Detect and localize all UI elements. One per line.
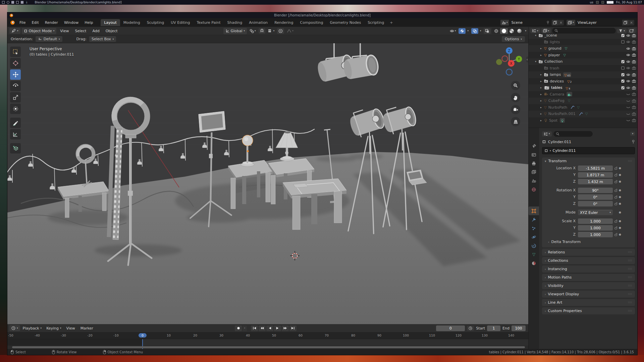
outliner-row-tables-selected[interactable]: ▸ tables ▽4	[529, 84, 637, 91]
auto-keying-dropdown[interactable]: ▾	[243, 325, 247, 331]
camera-disabled-icon[interactable]	[632, 106, 636, 109]
outliner-row-trash[interactable]: trash	[529, 65, 637, 72]
jump-prev-keyframe-button[interactable]	[259, 325, 266, 331]
workspace-tab-rendering[interactable]: Rendering	[271, 19, 297, 26]
tool-measure[interactable]	[10, 129, 21, 139]
camera-icon[interactable]	[632, 73, 636, 76]
animate-dot[interactable]: ●	[619, 226, 621, 229]
window-titlebar[interactable]: Blender [/home/amalie/Desktop/blender/ca…	[7, 12, 637, 18]
taskbar-clock[interactable]: Fri, 30 Aug 11:07	[616, 1, 642, 4]
outliner-row-lamps[interactable]: ▸ lamps ▽43	[529, 71, 637, 78]
end-frame-field[interactable]: 100	[512, 325, 526, 331]
checkbox-icon[interactable]	[621, 40, 625, 44]
transform-panel-header[interactable]: ▾Transform∷∷	[542, 158, 635, 165]
checkbox-icon[interactable]	[621, 73, 625, 76]
jump-to-start-button[interactable]	[251, 325, 258, 331]
delta-transform-panel[interactable]: ›Delta Transform	[543, 238, 634, 245]
camera-icon[interactable]	[632, 86, 636, 89]
workspace-tab-layout[interactable]: Layout	[101, 19, 120, 26]
workspace-tab-shading[interactable]: Shading	[224, 19, 246, 26]
scale-x-field[interactable]: 1.000	[578, 219, 613, 224]
tool-add-cube[interactable]	[10, 143, 21, 154]
menu-file[interactable]: File	[16, 19, 29, 26]
tab-particles[interactable]	[529, 224, 539, 233]
camera-icon[interactable]	[632, 47, 636, 50]
panel-custom-properties[interactable]: ›Custom Properties∷∷	[542, 307, 635, 314]
eye-icon[interactable]	[626, 66, 630, 70]
snap-toggle-button[interactable]	[259, 28, 265, 34]
rotation-y-field[interactable]: 0°	[578, 194, 613, 200]
xray-toggle[interactable]	[484, 28, 491, 34]
eye-icon[interactable]	[626, 40, 630, 44]
tab-modifiers[interactable]	[529, 215, 539, 224]
timeline-menu-keying[interactable]: Keying▾	[44, 325, 63, 331]
eye-icon[interactable]	[626, 86, 630, 89]
taskbar-window-title[interactable]: Blender [/home/amalie/Desktop/blender/ca…	[35, 1, 122, 4]
viewport-menu-add[interactable]: Add	[90, 28, 102, 34]
menu-window[interactable]: Window	[61, 19, 82, 26]
camera-disabled-icon[interactable]	[632, 119, 636, 122]
editor-type-button[interactable]: ▾	[9, 28, 20, 34]
camera-disabled-icon[interactable]	[632, 93, 636, 96]
eye-closed-icon[interactable]	[626, 93, 630, 96]
animate-dot[interactable]: ●	[619, 173, 621, 176]
workspace-tab-modeling[interactable]: Modeling	[120, 19, 144, 26]
workspace-tab-compositing[interactable]: Compositing	[297, 19, 327, 26]
current-frame-indicator[interactable]: 0	[139, 333, 147, 338]
timeline-menu-marker[interactable]: Marker	[78, 325, 96, 331]
location-z-field[interactable]: 1.432 m	[578, 179, 613, 184]
location-y-field[interactable]: 1.8717 m	[578, 172, 613, 178]
viewlayer-new-button[interactable]	[622, 20, 629, 25]
eye-closed-icon[interactable]	[626, 112, 630, 116]
tab-constraints[interactable]	[529, 241, 539, 250]
drag-dropdown[interactable]: Select Box▾	[89, 36, 116, 42]
rotation-x-field[interactable]: 90°	[578, 188, 613, 193]
viewport-menu-object[interactable]: Object	[103, 28, 120, 34]
camera-icon[interactable]	[632, 79, 636, 83]
viewport-canvas[interactable]: User Perspective (0) tables | Cylinder.0…	[7, 43, 528, 324]
navigation-gizmo[interactable]: Z Y X	[495, 47, 524, 75]
options-dropdown[interactable]: Options▾	[502, 36, 525, 42]
tool-select-box[interactable]	[10, 47, 21, 57]
animate-dot[interactable]: ●	[619, 189, 621, 192]
object-visibility-dropdown[interactable]: ▾	[448, 28, 458, 34]
lock-icon[interactable]	[613, 173, 619, 177]
system-monitor-widget[interactable]	[607, 1, 613, 4]
tool-move[interactable]	[10, 69, 21, 80]
gizmo-dropdown[interactable]: ▾	[466, 29, 470, 33]
checkbox-icon[interactable]	[621, 79, 625, 83]
proportional-editing-button[interactable]	[277, 28, 284, 34]
show-overlays-toggle[interactable]	[471, 28, 478, 34]
viewport-ortho-toggle-button[interactable]	[511, 117, 520, 126]
rotation-mode-dropdown[interactable]: XYZ Euler▾	[578, 210, 613, 215]
animate-dot[interactable]: ●	[619, 211, 621, 214]
camera-icon[interactable]	[632, 40, 636, 44]
eye-icon[interactable]	[626, 60, 630, 63]
viewport-camera-view-button[interactable]	[511, 105, 520, 114]
outliner-row-devices[interactable]: ▸ devices ▽2	[529, 78, 637, 85]
panel-collections[interactable]: ›Collections∷∷	[542, 257, 635, 264]
blender-app-menu-icon[interactable]	[10, 20, 15, 25]
taskbar-app-icon[interactable]	[11, 1, 14, 4]
properties-options-dropdown[interactable]: ▾	[630, 132, 635, 136]
lock-icon[interactable]	[613, 195, 619, 199]
panel-relations[interactable]: ›Relations∷∷	[542, 249, 635, 256]
start-frame-field[interactable]: 1	[487, 325, 500, 331]
drag-dots-icon[interactable]: ∷∷	[628, 160, 632, 163]
outliner-row-nurbspath[interactable]: ▸▽ NurbsPath ▽	[529, 104, 637, 111]
properties-search-input[interactable]	[553, 131, 593, 137]
workspace-tab-geometrynodes[interactable]: Geometry Nodes	[326, 19, 364, 26]
tab-scene[interactable]	[529, 176, 539, 185]
eye-icon[interactable]	[626, 73, 630, 76]
viewlayer-browse-button[interactable]: ▾	[567, 20, 575, 25]
outliner-row-nurbspath001[interactable]: ▸▽ NurbsPath.001 ▽	[529, 111, 637, 117]
viewport-zoom-button[interactable]	[511, 81, 520, 90]
tab-view-layer[interactable]	[529, 168, 539, 176]
tool-scale[interactable]	[10, 92, 21, 103]
outliner-search-input[interactable]	[552, 28, 616, 34]
checkbox-icon[interactable]	[621, 66, 625, 70]
mode-selector[interactable]: Object Mode▾	[22, 28, 57, 34]
workspace-tab-texturepaint[interactable]: Texture Paint	[194, 19, 224, 26]
workspace-tab-sculpting[interactable]: Sculpting	[144, 19, 167, 26]
tray-icon[interactable]	[596, 1, 599, 4]
